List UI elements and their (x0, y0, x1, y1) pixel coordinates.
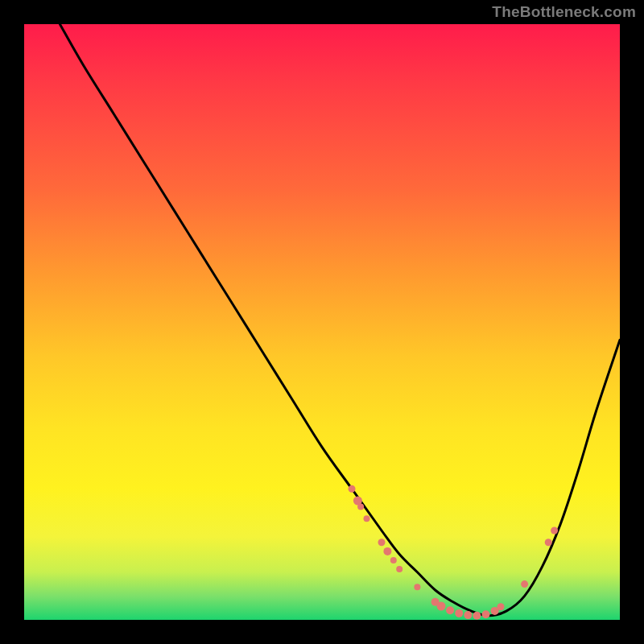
curve-marker (349, 485, 356, 493)
curve-marker (390, 557, 397, 564)
watermark-text: TheBottleneck.com (492, 3, 636, 21)
chart-frame: TheBottleneck.com (0, 0, 644, 644)
bottleneck-curve (60, 24, 620, 616)
curve-marker (446, 606, 454, 614)
chart-svg (24, 24, 620, 620)
curve-marker (378, 539, 386, 546)
curve-marker (545, 539, 552, 546)
curve-marker (521, 580, 528, 588)
curve-markers (349, 485, 559, 620)
curve-marker (482, 610, 490, 618)
curve-marker (551, 527, 558, 535)
curve-marker (383, 547, 391, 555)
curve-marker (473, 612, 481, 620)
curve-marker (357, 503, 364, 510)
curve-marker (437, 602, 446, 611)
curve-marker (364, 515, 370, 522)
curve-marker (455, 609, 463, 617)
curve-marker (396, 566, 402, 572)
plot-area (24, 24, 620, 620)
curve-marker (464, 611, 472, 619)
curve-marker (497, 603, 505, 610)
curve-marker (414, 584, 420, 590)
